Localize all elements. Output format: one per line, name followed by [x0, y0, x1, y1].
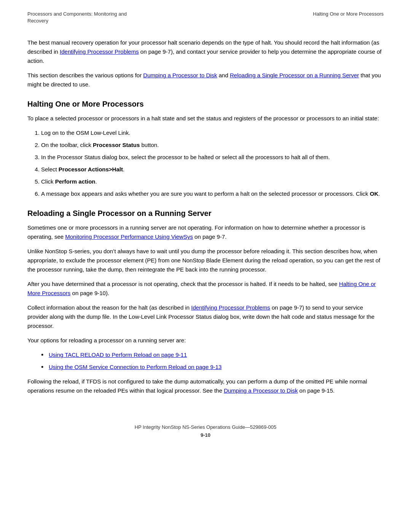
footer-page-number: 9-10 [27, 431, 384, 439]
intro-para2-text2: and [217, 72, 230, 78]
page-container: Processors and Components: Monitoring an… [0, 0, 411, 532]
step-6-bold: OK [370, 190, 379, 197]
link-dumping-processor[interactable]: Dumping a Processor to Disk [143, 72, 217, 78]
section2-para4-text1: Collect information about the reason for… [27, 304, 191, 311]
step-6-text-before: A message box appears and asks whether y… [41, 190, 370, 197]
link-identifying-problems[interactable]: Identifying Processor Problems [60, 48, 139, 55]
section2-heading: Reloading a Single Processor on a Runnin… [27, 209, 384, 218]
section1-heading: Halting One or More Processors [27, 100, 384, 109]
step-3-text: In the Processor Status dialog box, sele… [41, 154, 330, 160]
step-1-text: Log on to the OSM Low-Level Link. [41, 129, 130, 136]
link-tacl-reload[interactable]: Using TACL RELOAD to Perform Reload on p… [49, 351, 187, 358]
step-2: On the toolbar, click Processor Status b… [41, 141, 384, 150]
step-2-bold: Processor Status [93, 142, 140, 148]
header-left-text2: Recovery [27, 18, 48, 24]
bullet-1: Using TACL RELOAD to Perform Reload on p… [41, 350, 384, 359]
section1-steps: Log on to the OSM Low-Level Link. On the… [41, 128, 384, 198]
intro-para1: The best manual recovery operation for y… [27, 38, 384, 66]
step-6-text-after: . [378, 190, 380, 197]
header-left: Processors and Components: Monitoring an… [27, 11, 127, 24]
link-identifying-processor-problems2[interactable]: Identifying Processor Problems [191, 304, 270, 311]
step-1: Log on to the OSM Low-Level Link. [41, 128, 384, 137]
step-5: Click Perform action. [41, 177, 384, 186]
page-footer: HP Integrity NonStop NS-Series Operation… [0, 416, 411, 450]
section2-para6-text2: on page 9-15. [298, 387, 335, 394]
intro-para2-text1: This section describes the various optio… [27, 72, 143, 78]
section2-para3-text2: on page 9-10). [70, 290, 109, 296]
main-content: The best manual recovery operation for y… [0, 29, 411, 416]
link-monitoring-processor[interactable]: Monitoring Processor Performance Using V… [65, 233, 193, 240]
bullet-2: Using the OSM Service Connection to Perf… [41, 363, 384, 372]
link-reloading-processor[interactable]: Reloading a Single Processor on a Runnin… [230, 72, 359, 78]
step-4-bold: Processor Actions>Halt [59, 166, 123, 173]
step-4: Select Processor Actions>Halt. [41, 165, 384, 174]
section2-para6: Following the reload, if TFDS is not con… [27, 377, 384, 395]
section2-para3-text1: After you have determined that a process… [27, 281, 339, 287]
step-2-text-after: button. [140, 142, 159, 148]
step-4-text-before: Select [41, 166, 59, 173]
header-right-text: Halting One or More Processors [313, 11, 384, 17]
section2-para3: After you have determined that a process… [27, 280, 384, 298]
header-right: Halting One or More Processors [313, 11, 384, 24]
step-5-bold: Perform action [55, 178, 96, 185]
section2-para1: Sometimes one or more processors in a ru… [27, 223, 384, 241]
step-2-text-before: On the toolbar, click [41, 142, 93, 148]
step-6: A message box appears and asks whether y… [41, 189, 384, 198]
section1-intro: To place a selected processor or process… [27, 114, 384, 123]
step-3: In the Processor Status dialog box, sele… [41, 153, 384, 162]
intro-para2: This section describes the various optio… [27, 71, 384, 89]
section2-para1-text2: on page 9-7. [193, 233, 226, 240]
section2-bullets: Using TACL RELOAD to Perform Reload on p… [41, 350, 384, 372]
section2-para4: Collect information about the reason for… [27, 303, 384, 331]
step-4-text-after: . [123, 166, 124, 173]
header-left-text: Processors and Components: Monitoring an… [27, 11, 127, 17]
section2-para2: Unlike NonStop S-series, you don’t alway… [27, 247, 384, 274]
section2-para5: Your options for reloading a processor o… [27, 336, 384, 345]
step-5-text-before: Click [41, 178, 55, 185]
link-dumping-disk2[interactable]: Dumping a Processor to Disk [224, 387, 298, 394]
page-header: Processors and Components: Monitoring an… [0, 0, 411, 29]
step-5-text-after: . [96, 178, 97, 185]
link-osm-reload[interactable]: Using the OSM Service Connection to Perf… [49, 364, 221, 370]
footer-doc-title: HP Integrity NonStop NS-Series Operation… [27, 423, 384, 431]
